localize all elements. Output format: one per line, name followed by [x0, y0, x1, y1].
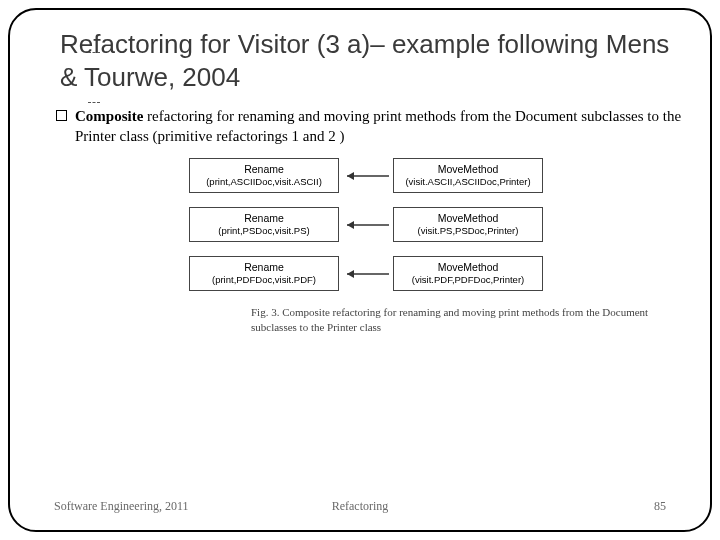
- arrow-icon: [339, 169, 393, 183]
- page-number: 85: [654, 499, 666, 514]
- svg-marker-5: [347, 270, 354, 278]
- node-args: (print,ASCIIDoc,visit.ASCII): [196, 176, 332, 188]
- diagram-row: Rename (print,PSDoc,visit.PS) MoveMethod…: [151, 207, 581, 242]
- rename-node: Rename (print,PDFDoc,visit.PDF): [189, 256, 339, 291]
- footer: Software Engineering, 2011 Refactoring 8…: [54, 499, 666, 514]
- movemethod-node: MoveMethod (visit.PS,PSDoc,Printer): [393, 207, 543, 242]
- node-head: MoveMethod: [400, 261, 536, 274]
- figure-caption: Fig. 3. Composite refactoring for renami…: [251, 305, 651, 335]
- node-args: (visit.ASCII,ASCIIDoc,Printer): [400, 176, 536, 188]
- bullet-marker: [56, 110, 67, 121]
- bullet-text: Composite refactoring for renaming and m…: [75, 107, 682, 146]
- node-head: Rename: [196, 212, 332, 225]
- dashed-connector: [88, 52, 100, 53]
- node-head: MoveMethod: [400, 212, 536, 225]
- arrow-icon: [339, 267, 393, 281]
- node-head: Rename: [196, 163, 332, 176]
- footer-left: Software Engineering, 2011: [54, 499, 189, 514]
- node-args: (visit.PS,PSDoc,Printer): [400, 225, 536, 237]
- svg-marker-3: [347, 221, 354, 229]
- dashed-connector: [88, 102, 100, 103]
- rename-node: Rename (print,ASCIIDoc,visit.ASCII): [189, 158, 339, 193]
- svg-marker-1: [347, 172, 354, 180]
- bullet-item: Composite refactoring for renaming and m…: [56, 107, 682, 146]
- node-args: (print,PDFDoc,visit.PDF): [196, 274, 332, 286]
- slide-title: Refactoring for Visitor (3 a)– example f…: [60, 28, 682, 93]
- rename-node: Rename (print,PSDoc,visit.PS): [189, 207, 339, 242]
- diagram-row: Rename (print,PDFDoc,visit.PDF) MoveMeth…: [151, 256, 581, 291]
- node-head: Rename: [196, 261, 332, 274]
- arrow-icon: [339, 218, 393, 232]
- bullet-bold: Composite: [75, 108, 143, 124]
- node-head: MoveMethod: [400, 163, 536, 176]
- diagram-row: Rename (print,ASCIIDoc,visit.ASCII) Move…: [151, 158, 581, 193]
- movemethod-node: MoveMethod (visit.PDF,PDFDoc,Printer): [393, 256, 543, 291]
- bullet-rest: refactoring for renaming and moving prin…: [75, 108, 681, 144]
- slide-frame: Refactoring for Visitor (3 a)– example f…: [8, 8, 712, 532]
- diagram: Rename (print,ASCIIDoc,visit.ASCII) Move…: [151, 158, 581, 335]
- movemethod-node: MoveMethod (visit.ASCII,ASCIIDoc,Printer…: [393, 158, 543, 193]
- node-args: (print,PSDoc,visit.PS): [196, 225, 332, 237]
- node-args: (visit.PDF,PDFDoc,Printer): [400, 274, 536, 286]
